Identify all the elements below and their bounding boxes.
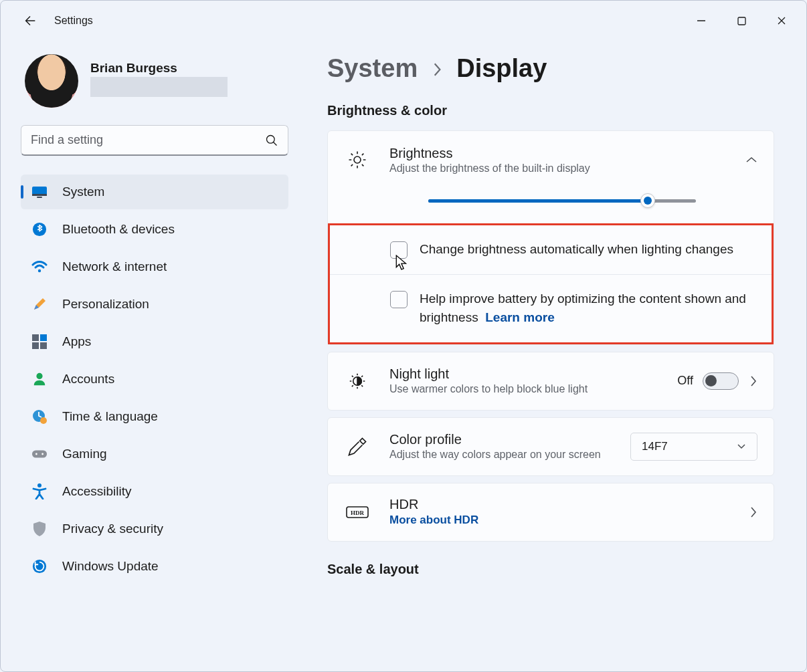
brightness-slider[interactable] — [428, 194, 696, 207]
maximize-button[interactable] — [722, 6, 761, 35]
battery-optimize-option[interactable]: Help improve battery by optimizing the c… — [330, 274, 772, 342]
nav-item-system[interactable]: System — [21, 175, 288, 209]
svg-point-6 — [38, 269, 41, 272]
search-box[interactable] — [21, 125, 288, 156]
chevron-right-icon — [749, 506, 757, 518]
collapse-button[interactable] — [745, 156, 757, 164]
breadcrumb-current: Display — [456, 54, 547, 83]
svg-rect-4 — [37, 197, 42, 198]
breadcrumb-parent[interactable]: System — [327, 54, 418, 83]
chevron-up-icon — [745, 156, 757, 164]
main-content: System Display Brightness & color Bright… — [295, 41, 793, 671]
toggle-knob — [705, 375, 717, 386]
auto-brightness-checkbox[interactable] — [390, 241, 408, 259]
apps-icon — [31, 334, 48, 350]
svg-point-13 — [40, 417, 47, 424]
nav-item-apps[interactable]: Apps — [21, 324, 288, 359]
brightness-row[interactable]: Brightness Adjust the brightness of the … — [328, 131, 774, 189]
nav-label: Time & language — [62, 409, 158, 424]
bluetooth-icon — [31, 221, 48, 237]
brightness-title: Brightness — [389, 146, 745, 161]
nav-label: Gaming — [62, 447, 107, 461]
svg-rect-8 — [40, 334, 47, 341]
search-icon — [265, 134, 278, 147]
expand-hdr[interactable] — [749, 506, 757, 518]
expand-night-light[interactable] — [749, 375, 757, 387]
dropdown-value: 14F7 — [642, 440, 668, 453]
nav-label: Apps — [62, 334, 91, 349]
hdr-link[interactable]: More about HDR — [389, 514, 749, 527]
slider-thumb[interactable] — [640, 193, 655, 208]
gamepad-icon — [31, 446, 48, 462]
shield-icon — [31, 521, 48, 537]
profile-block[interactable]: Brian Burgess — [21, 54, 288, 108]
night-light-toggle[interactable]: Off — [677, 372, 739, 390]
paintbrush-icon — [31, 296, 48, 312]
nav: System Bluetooth & devices Network & int… — [21, 175, 288, 584]
svg-point-16 — [41, 453, 43, 455]
sidebar: Brian Burgess System Bluetooth & devices — [14, 41, 295, 671]
auto-brightness-label: Change brightness automatically when lig… — [420, 240, 733, 259]
toggle-switch[interactable] — [703, 372, 739, 390]
svg-rect-9 — [32, 342, 39, 349]
nav-item-network[interactable]: Network & internet — [21, 249, 288, 284]
close-icon — [777, 16, 786, 25]
hdr-icon: HDR — [344, 504, 371, 520]
svg-point-17 — [37, 483, 41, 487]
maximize-icon — [737, 17, 746, 25]
chevron-down-icon — [737, 443, 746, 450]
svg-rect-14 — [32, 450, 47, 457]
search-input[interactable] — [31, 133, 265, 147]
color-profile-dropdown[interactable]: 14F7 — [630, 433, 757, 461]
night-light-card[interactable]: Night light Use warmer colors to help bl… — [327, 352, 774, 411]
eyedropper-icon — [344, 437, 371, 457]
brightness-subtitle: Adjust the brightness of the built-in di… — [389, 162, 745, 175]
nav-item-gaming[interactable]: Gaming — [21, 437, 288, 471]
close-button[interactable] — [762, 6, 801, 35]
svg-rect-7 — [32, 334, 39, 341]
back-button[interactable] — [17, 7, 43, 34]
chevron-right-icon — [431, 59, 443, 82]
svg-rect-3 — [32, 194, 47, 196]
section-heading-brightness: Brightness & color — [327, 103, 774, 118]
svg-rect-10 — [40, 342, 47, 349]
highlighted-options: Change brightness automatically when lig… — [328, 223, 774, 344]
nav-item-privacy[interactable]: Privacy & security — [21, 512, 288, 546]
chevron-right-icon — [749, 375, 757, 387]
nav-label: Network & internet — [62, 259, 167, 274]
nav-item-time-language[interactable]: Time & language — [21, 399, 288, 434]
brightness-card: Brightness Adjust the brightness of the … — [327, 130, 774, 345]
profile-email-redacted — [90, 77, 228, 97]
night-light-title: Night light — [389, 366, 677, 382]
nav-item-windows-update[interactable]: Windows Update — [21, 549, 288, 584]
learn-more-link[interactable]: Learn more — [485, 310, 554, 324]
svg-point-15 — [35, 453, 37, 455]
nav-item-accounts[interactable]: Accounts — [21, 362, 288, 397]
profile-name: Brian Burgess — [90, 61, 228, 76]
nav-item-personalization[interactable]: Personalization — [21, 287, 288, 322]
nav-item-accessibility[interactable]: Accessibility — [21, 474, 288, 509]
monitor-icon — [31, 184, 48, 200]
color-profile-card[interactable]: Color profile Adjust the way colors appe… — [327, 417, 774, 476]
nav-label: Bluetooth & devices — [62, 222, 175, 237]
minimize-button[interactable] — [682, 6, 721, 35]
titlebar: Settings — [1, 1, 806, 41]
svg-text:HDR: HDR — [351, 510, 365, 516]
nav-item-bluetooth[interactable]: Bluetooth & devices — [21, 212, 288, 247]
hdr-title: HDR — [389, 497, 749, 512]
hdr-card[interactable]: HDR HDR More about HDR — [327, 483, 774, 542]
arrow-left-icon — [23, 13, 37, 28]
svg-point-11 — [36, 373, 42, 379]
battery-optimize-checkbox[interactable] — [390, 291, 408, 308]
nav-label: Personalization — [62, 297, 149, 312]
nav-label: Windows Update — [62, 559, 159, 574]
battery-optimize-text: Help improve battery by optimizing the c… — [420, 292, 746, 325]
color-profile-title: Color profile — [389, 432, 630, 447]
avatar — [25, 54, 78, 108]
color-profile-subtitle: Adjust the way colors appear on your scr… — [389, 449, 630, 461]
battery-optimize-label: Help improve battery by optimizing the c… — [420, 290, 755, 328]
svg-rect-0 — [738, 17, 745, 25]
accessibility-icon — [31, 483, 48, 499]
auto-brightness-option[interactable]: Change brightness automatically when lig… — [330, 225, 772, 274]
wifi-icon — [31, 259, 48, 275]
